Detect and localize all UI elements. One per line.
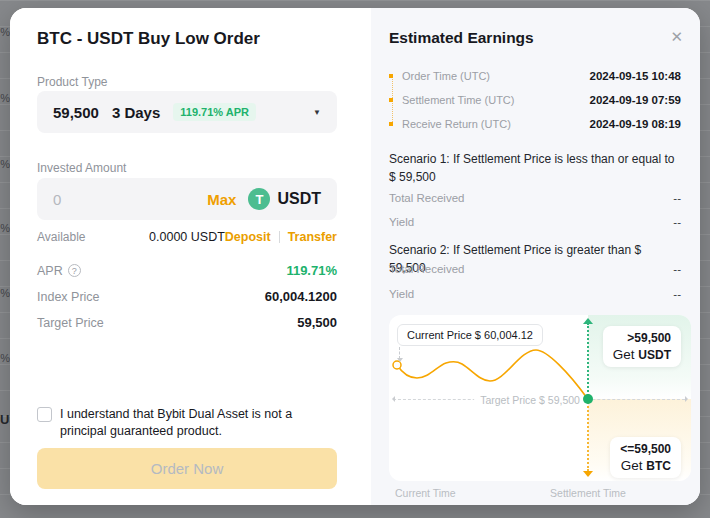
divider	[279, 231, 280, 243]
background-percent: %	[0, 92, 10, 104]
apr-row: APR ? 119.71%	[37, 263, 337, 278]
scenario1-title: Scenario 1: If Settlement Price is less …	[389, 150, 681, 186]
timeline-label: Settlement Time (UTC)	[402, 94, 514, 106]
axis-current-time: Current Time	[395, 487, 456, 499]
available-label: Available	[37, 230, 85, 244]
product-type-label: Product Type	[37, 75, 108, 89]
agreement-checkbox[interactable]	[37, 407, 52, 422]
background-percent: %	[0, 287, 10, 299]
timeline-label: Order Time (UTC)	[402, 70, 490, 82]
background-percent: %	[0, 222, 10, 234]
current-price-pointer-arrow	[397, 358, 403, 362]
target-price-label: Target Price	[37, 316, 104, 330]
lower-condition: <=59,500	[620, 442, 671, 456]
row-label: Total Received	[389, 263, 464, 275]
timeline-dot-icon	[389, 98, 393, 102]
upper-zone-label: >59,500 Get USDT	[603, 326, 681, 367]
apr-badge: 119.71% APR	[173, 103, 256, 121]
timeline-value: 2024-09-15 10:48	[590, 70, 681, 82]
timeline-row-settlement-time: Settlement Time (UTC) 2024-09-19 07:59	[389, 94, 681, 106]
help-icon[interactable]: ?	[68, 264, 81, 277]
row-value: --	[673, 216, 681, 228]
lower-get-label: Get	[621, 458, 643, 473]
earnings-title: Estimated Earnings	[389, 29, 534, 47]
lower-asset: BTC	[646, 459, 671, 473]
invested-amount-box: Max T USDT	[37, 178, 337, 220]
close-icon[interactable]: ✕	[670, 28, 683, 46]
strike-price: 59,500	[53, 104, 99, 121]
index-price-value: 60,004.1200	[265, 289, 337, 304]
upper-asset: USDT	[638, 348, 671, 362]
modal-title: BTC - USDT Buy Low Order	[37, 29, 260, 49]
background-percent: %	[0, 26, 10, 38]
deposit-link[interactable]: Deposit	[225, 230, 271, 244]
product-type-select[interactable]: 59,500 3 Days 119.71% APR ▼	[37, 91, 337, 133]
amount-input[interactable]	[53, 191, 207, 208]
row-value: --	[673, 192, 681, 204]
duration: 3 Days	[112, 104, 160, 121]
row-label: Yield	[389, 288, 414, 300]
lower-zone-label: <=59,500 Get BTC	[610, 437, 681, 478]
timeline-label: Receive Return (UTC)	[402, 118, 511, 130]
index-price-row: Index Price 60,004.1200	[37, 289, 337, 304]
apr-label: APR	[37, 264, 63, 278]
target-price-row: Target Price 59,500	[37, 315, 337, 330]
apr-value: 119.71%	[286, 263, 337, 278]
agreement-text: I understand that Bybit Dual Asset is no…	[60, 406, 333, 440]
row-value: --	[673, 288, 681, 300]
timeline-dot-icon	[389, 74, 393, 78]
row-value: --	[673, 263, 681, 275]
order-now-button[interactable]: Order Now	[37, 448, 337, 489]
index-price-label: Index Price	[37, 290, 100, 304]
currency-label: USDT	[277, 190, 321, 208]
chevron-down-icon: ▼	[313, 108, 321, 117]
timeline-dot-icon	[389, 122, 393, 126]
scenario2-yield: Yield --	[389, 288, 681, 300]
timeline-value: 2024-09-19 07:59	[590, 94, 681, 106]
scenario2-total-received: Total Received --	[389, 263, 681, 275]
available-row: Available 0.0000 USDT Deposit Transfer	[37, 230, 337, 244]
invested-amount-label: Invested Amount	[37, 161, 126, 175]
upper-condition: >59,500	[613, 331, 671, 345]
background-percent: %	[0, 158, 10, 170]
price-scenario-chart: Target Price $ 59,500 Current Price $ 60…	[389, 315, 691, 481]
agreement-row: I understand that Bybit Dual Asset is no…	[37, 406, 333, 440]
estimated-earnings-panel: Estimated Earnings ✕ Order Time (UTC) 20…	[371, 8, 700, 505]
usdt-coin-icon: T	[248, 188, 270, 210]
scenario1-total-received: Total Received --	[389, 192, 681, 204]
background-percent: %	[0, 352, 10, 364]
dual-asset-modal: BTC - USDT Buy Low Order Product Type 59…	[10, 8, 700, 505]
order-form-panel: BTC - USDT Buy Low Order Product Type 59…	[10, 8, 371, 505]
available-value: 0.0000 USDT	[149, 230, 225, 244]
target-price-value: 59,500	[297, 315, 337, 330]
current-price-label: Current Price $ 60,004.12	[397, 324, 543, 346]
transfer-link[interactable]: Transfer	[288, 230, 337, 244]
timeline-row-receive-return: Receive Return (UTC) 2024-09-19 08:19	[389, 118, 681, 130]
timeline-row-order-time: Order Time (UTC) 2024-09-15 10:48	[389, 70, 681, 82]
row-label: Yield	[389, 216, 414, 228]
scenario1-yield: Yield --	[389, 216, 681, 228]
row-label: Total Received	[389, 192, 464, 204]
axis-settlement-time: Settlement Time	[550, 487, 626, 499]
upper-get-label: Get	[613, 347, 635, 362]
max-button[interactable]: Max	[207, 191, 236, 208]
timeline-value: 2024-09-19 08:19	[590, 118, 681, 130]
